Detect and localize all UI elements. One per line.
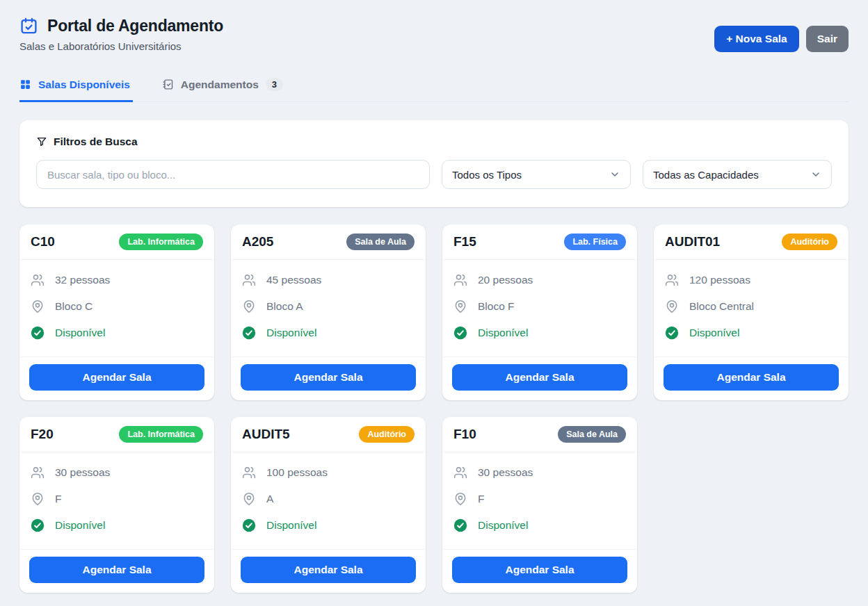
status-value: Disponível	[266, 519, 316, 532]
header-left: Portal de Agendamento Salas e Laboratóri…	[19, 17, 223, 52]
capacity-value: 32 pessoas	[55, 274, 110, 286]
book-room-button[interactable]: Agendar Sala	[241, 557, 416, 583]
tab-label: Agendamentos	[181, 79, 259, 91]
card-header: AUDIT01 Auditório	[654, 224, 849, 260]
check-circle-icon	[242, 518, 256, 532]
card-header: AUDIT5 Auditório	[231, 417, 426, 452]
capacity-row: 32 pessoas	[31, 273, 203, 287]
room-card-audit01: AUDIT01 Auditório 120 pessoas Bloco Cent…	[654, 224, 849, 400]
filter-controls: Todos os Tipos Todas as Capacidades	[36, 160, 832, 189]
capacity-row: 100 pessoas	[242, 466, 415, 480]
type-filter-dropdown[interactable]: Todos os Tipos	[442, 160, 631, 189]
tab-agendamentos[interactable]: Agendamentos 3	[162, 75, 286, 102]
block-value: Bloco C	[55, 300, 93, 313]
app-header: Portal de Agendamento Salas e Laboratóri…	[19, 0, 849, 52]
status-row: Disponível	[242, 326, 415, 340]
room-name: A205	[242, 234, 273, 249]
card-body: 100 pessoas A Disponível	[231, 452, 426, 549]
status-row: Disponível	[453, 518, 626, 532]
status-row: Disponível	[453, 326, 626, 340]
filters-title: Filtros de Busca	[54, 136, 138, 148]
room-card-a205: A205 Sala de Aula 45 pessoas Bloco A Dis…	[231, 224, 426, 400]
new-room-button[interactable]: + Nova Sala	[714, 26, 798, 52]
block-row: Bloco A	[242, 300, 415, 313]
search-input[interactable]	[36, 160, 430, 189]
capacity-filter-value: Todas as Capacidades	[653, 169, 759, 181]
block-row: F	[453, 492, 626, 506]
map-pin-icon	[31, 300, 45, 313]
book-room-button[interactable]: Agendar Sala	[29, 557, 204, 583]
tab-label: Salas Disponíveis	[38, 79, 130, 91]
map-pin-icon	[242, 300, 256, 313]
grid-icon	[19, 79, 31, 90]
status-value: Disponível	[689, 327, 739, 339]
block-value: Bloco A	[266, 300, 303, 313]
chevron-down-icon	[609, 169, 620, 180]
card-body: 45 pessoas Bloco A Disponível	[231, 260, 426, 357]
status-value: Disponível	[55, 519, 105, 532]
chevron-down-icon	[810, 169, 821, 180]
room-type-badge: Lab. Informática	[119, 426, 203, 443]
card-header: F15 Lab. Física	[442, 224, 637, 260]
check-circle-icon	[31, 326, 45, 340]
tab-salas-disponiveis[interactable]: Salas Disponíveis	[19, 75, 133, 102]
book-room-button[interactable]: Agendar Sala	[241, 364, 416, 391]
users-icon	[453, 273, 467, 287]
book-room-button[interactable]: Agendar Sala	[664, 364, 839, 391]
block-value: F	[478, 493, 484, 505]
status-row: Disponível	[665, 326, 837, 340]
card-body: 32 pessoas Bloco C Disponível	[19, 260, 214, 357]
capacity-value: 120 pessoas	[689, 274, 750, 286]
check-circle-icon	[453, 518, 467, 532]
page: Portal de Agendamento Salas e Laboratóri…	[0, 0, 868, 606]
page-subtitle: Salas e Laboratórios Universitários	[19, 40, 223, 52]
block-value: A	[266, 493, 273, 505]
type-filter-value: Todos os Tipos	[452, 169, 522, 181]
room-name: F10	[453, 427, 476, 442]
book-room-button[interactable]: Agendar Sala	[452, 557, 627, 583]
room-card-f10: F10 Sala de Aula 30 pessoas F Disponível	[442, 417, 637, 593]
check-circle-icon	[665, 326, 679, 340]
capacity-filter-dropdown[interactable]: Todas as Capacidades	[643, 160, 832, 189]
capacity-value: 45 pessoas	[266, 274, 321, 286]
logout-button[interactable]: Sair	[806, 26, 849, 52]
map-pin-icon	[31, 492, 45, 506]
check-circle-icon	[453, 326, 467, 340]
card-footer: Agendar Sala	[19, 357, 214, 400]
map-pin-icon	[453, 300, 467, 313]
room-name: C10	[31, 234, 55, 249]
block-row: Bloco Central	[665, 300, 837, 313]
block-row: A	[242, 492, 415, 506]
page-title: Portal de Agendamento	[47, 17, 223, 35]
status-value: Disponível	[478, 327, 528, 339]
status-row: Disponível	[242, 518, 415, 532]
users-icon	[242, 466, 256, 480]
map-pin-icon	[453, 492, 467, 506]
room-type-badge: Lab. Informática	[119, 234, 203, 250]
room-card-f20: F20 Lab. Informática 30 pessoas F Dispon…	[19, 417, 214, 593]
room-card-c10: C10 Lab. Informática 32 pessoas Bloco C …	[19, 224, 214, 400]
book-room-button[interactable]: Agendar Sala	[452, 364, 627, 391]
status-row: Disponível	[31, 326, 203, 340]
status-value: Disponível	[478, 519, 528, 532]
status-row: Disponível	[31, 518, 203, 532]
block-row: F	[31, 492, 203, 506]
card-footer: Agendar Sala	[231, 549, 426, 593]
funnel-icon	[36, 136, 47, 147]
check-circle-icon	[31, 518, 45, 532]
card-header: F10 Sala de Aula	[442, 417, 637, 452]
status-value: Disponível	[266, 327, 316, 339]
room-name: AUDIT01	[665, 234, 720, 249]
card-header: F20 Lab. Informática	[19, 417, 214, 452]
block-value: F	[55, 493, 61, 505]
filters-title-row: Filtros de Busca	[36, 136, 832, 148]
filters-panel: Filtros de Busca Todos os Tipos Todas as…	[19, 120, 849, 207]
tab-bar: Salas Disponíveis Agendamentos 3	[19, 75, 849, 102]
room-name: AUDIT5	[242, 427, 290, 442]
capacity-row: 20 pessoas	[453, 273, 626, 287]
card-footer: Agendar Sala	[654, 357, 849, 400]
bookings-count-badge: 3	[266, 78, 283, 91]
rooms-grid: C10 Lab. Informática 32 pessoas Bloco C …	[19, 224, 849, 593]
capacity-value: 20 pessoas	[478, 274, 533, 286]
book-room-button[interactable]: Agendar Sala	[29, 364, 204, 391]
